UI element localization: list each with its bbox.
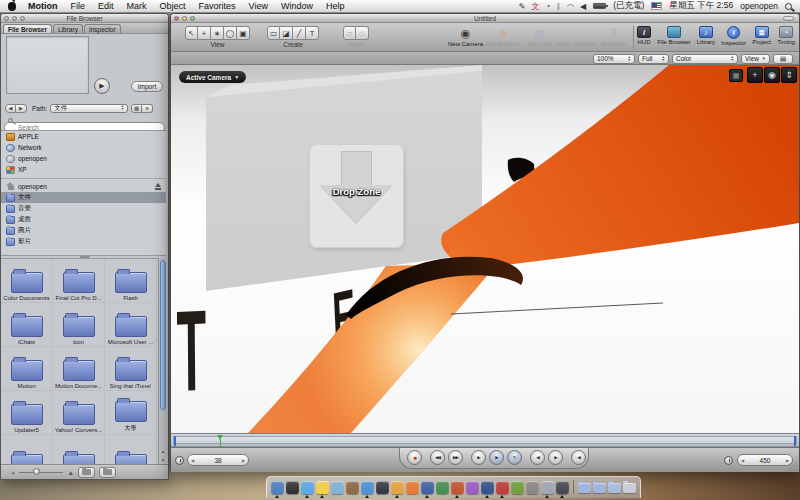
dock-app-16-icon[interactable] (496, 481, 509, 494)
bluetooth-icon[interactable]: ᛒ (556, 2, 561, 11)
dock-app-10-icon[interactable] (406, 481, 419, 494)
select-tool[interactable]: ↖ (185, 26, 198, 40)
dock-app-3-icon[interactable] (301, 481, 314, 494)
new-folder-button[interactable] (78, 467, 95, 478)
dock-folder-3-icon[interactable] (608, 483, 621, 493)
menu-view[interactable]: View (249, 1, 268, 11)
play-button[interactable]: ▶ (489, 450, 504, 465)
grid-folder-yahoo-convers[interactable]: Yahoo! Convers... (53, 391, 105, 435)
library-button[interactable]: ♪Library (697, 26, 715, 46)
increment-arrow[interactable]: ▶ (242, 458, 245, 463)
dock-app-8-icon[interactable] (376, 481, 389, 494)
out-point-marker[interactable] (794, 436, 796, 446)
scrollbar[interactable]: ▲ ▼ (158, 258, 166, 465)
play-from-start-button[interactable]: ▶ (471, 450, 486, 465)
volume-icon[interactable]: ◀ (580, 2, 586, 11)
eject-icon[interactable] (154, 183, 162, 191)
project-titlebar[interactable]: Untitled (171, 14, 799, 23)
file-browser-button[interactable]: File Browser (657, 26, 690, 46)
audio-toggle-button[interactable]: ◀ (571, 450, 586, 465)
icon-view-button[interactable]: ▦ (131, 104, 142, 113)
menu-help[interactable]: Help (326, 1, 345, 11)
hud-button[interactable]: iHUD (637, 26, 651, 46)
sidebar-item-圖片[interactable]: 圖片 (1, 225, 166, 236)
step-forward-button[interactable]: ▶ (548, 450, 563, 465)
import-button[interactable]: Import (131, 81, 163, 92)
sidebar-item-openopen[interactable]: openopen (1, 153, 166, 164)
render-quality-popup[interactable]: Full ▲▼ (638, 54, 669, 64)
dock-app-18-icon[interactable] (526, 481, 539, 494)
line-tool[interactable]: ╱ (293, 26, 306, 40)
tab-file-browser[interactable]: File Browser (3, 24, 52, 33)
list-view-button[interactable]: ≡ (142, 104, 153, 113)
inspector-button[interactable]: iInspector (721, 26, 746, 46)
displays-icon[interactable]: ◔ (545, 2, 550, 11)
dock-folder-1-icon[interactable] (578, 483, 591, 493)
grid-folder-ichats[interactable]: iChats (1, 303, 53, 347)
input-source-icon[interactable]: 文 (531, 2, 539, 11)
spotlight-icon[interactable] (785, 3, 792, 10)
dock-app-9-icon[interactable] (391, 481, 404, 494)
pan-tool[interactable]: ∗ (211, 26, 224, 40)
new-camera-button[interactable]: ◉New Camera (447, 26, 484, 47)
text-tool[interactable]: T (306, 26, 319, 40)
dock-app-6-icon[interactable] (346, 481, 359, 494)
go-to-end-button[interactable]: ▶▶ (448, 450, 463, 465)
in-point-marker[interactable] (174, 436, 176, 446)
view-popup[interactable]: View ▼ (741, 54, 770, 64)
menu-favorites[interactable]: Favorites (199, 1, 236, 11)
sidebar-item-影片[interactable]: 影片 (1, 236, 166, 247)
mini-timeline-track[interactable] (173, 436, 797, 444)
project-button[interactable]: ≣Project (752, 26, 771, 46)
pan-view-button[interactable]: + (747, 67, 763, 83)
file-browser-titlebar[interactable]: File Browser (1, 14, 168, 23)
back-button[interactable]: ◀ (5, 104, 16, 113)
scripts-icon[interactable]: ✎ (519, 2, 526, 11)
dock-app-20-icon[interactable] (556, 481, 569, 494)
menu-file[interactable]: File (71, 1, 86, 11)
orbit-view-button[interactable]: ◉ (764, 67, 780, 83)
record-button[interactable]: ● (407, 450, 422, 465)
sidebar-item-openopen[interactable]: openopen (1, 181, 166, 192)
timing-button[interactable]: ◔Timing (777, 26, 795, 46)
go-to-start-button[interactable]: ◀◀ (430, 450, 445, 465)
toolbar-toggle-button[interactable] (783, 16, 794, 21)
shape-tool[interactable]: ◪ (280, 26, 293, 40)
tab-inspector[interactable]: Inspector (84, 24, 121, 33)
grid-folder-unnamed[interactable] (53, 435, 105, 465)
menu-edit[interactable]: Edit (98, 1, 114, 11)
sidebar-item-桌面[interactable]: 桌面 (1, 214, 166, 225)
current-frame-field[interactable]: ◀ 38 ▶ (187, 454, 249, 466)
layout-button[interactable]: ▤ (773, 54, 793, 64)
icon-size-slider[interactable] (19, 472, 63, 473)
battery-icon[interactable] (593, 3, 606, 9)
dock-app-12-icon[interactable] (436, 481, 449, 494)
grid-folder-unnamed[interactable] (1, 435, 53, 465)
path-popup[interactable]: 文件 ▲▼ (50, 104, 128, 113)
dock-app-13-icon[interactable] (451, 481, 464, 494)
resize-grip[interactable] (789, 462, 798, 471)
adjust-tool[interactable]: + (198, 26, 211, 40)
dock-app-14-icon[interactable] (466, 481, 479, 494)
canvas-viewport[interactable]: Drop Zone (171, 65, 799, 433)
sidebar-item-文件[interactable]: 文件 (1, 192, 166, 203)
dolly-view-button[interactable]: ⇕ (781, 67, 797, 83)
dock-app-17-icon[interactable] (511, 481, 524, 494)
grid-folder-icon[interactable]: icon (53, 303, 105, 347)
grid-folder-大學[interactable]: 大學 (105, 391, 157, 435)
dock-folder-2-icon[interactable] (593, 483, 606, 493)
fast-user-switch[interactable]: openopen (740, 1, 778, 11)
scroll-up-arrow[interactable]: ▲ (159, 448, 167, 456)
preview-play-button[interactable]: ▶ (94, 78, 110, 94)
grid-folder-unnamed[interactable] (105, 435, 157, 465)
grid-folder-motion[interactable]: Motion (1, 347, 53, 391)
sidebar-item-network[interactable]: Network (1, 142, 166, 153)
grid-folder-flash[interactable]: Flash (105, 259, 157, 303)
zoom-tool[interactable]: ◯ (224, 26, 237, 40)
sidebar-item-xp[interactable]: XP (1, 164, 166, 175)
grid-folder-final-cut-pro-d[interactable]: Final Cut Pro D... (53, 259, 105, 303)
fit-tool[interactable]: ▣ (237, 26, 250, 40)
tab-library[interactable]: Library (53, 24, 83, 33)
grid-folder-color-documents[interactable]: Color Documents (1, 259, 53, 303)
dock-app-19-icon[interactable] (541, 481, 554, 494)
